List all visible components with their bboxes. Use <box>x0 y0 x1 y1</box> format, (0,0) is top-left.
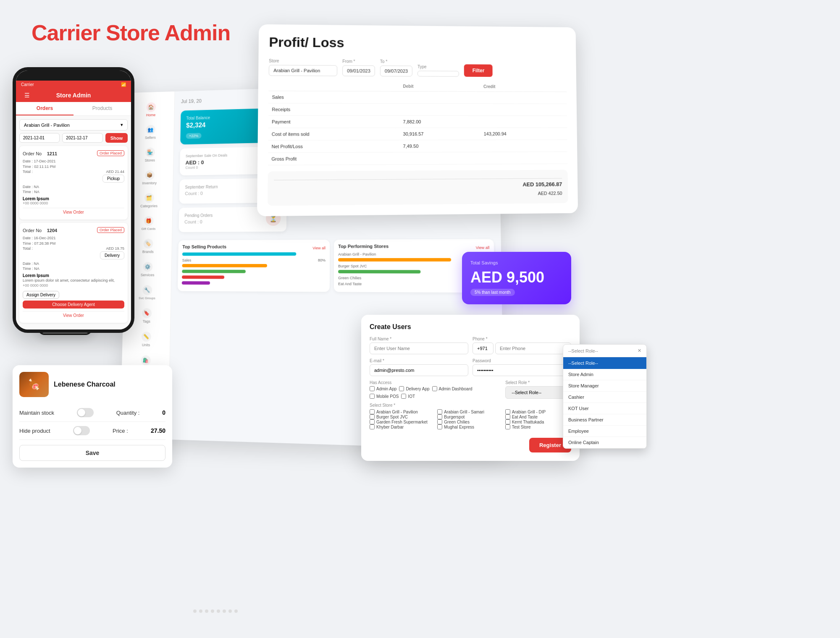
store-name-1: Arabian Grill - Pavilion <box>338 252 376 256</box>
sidebar-item-units[interactable]: 📏 Units <box>122 327 170 352</box>
stores-section: Select Store * Arabian Grill - Pavilion … <box>370 403 571 429</box>
row-label-netprofit: Net Profit/Loss <box>268 140 399 153</box>
order-number-2: Order No 1204 <box>23 226 57 234</box>
full-name-field: Full Name * <box>370 337 468 354</box>
role-item-captain[interactable]: Online Captain <box>563 437 646 448</box>
store-burger-spot[interactable]: Burger Spot JVC <box>370 414 436 419</box>
date-row: 2021-12-01 2021-12-17 Show <box>19 133 128 143</box>
access-role-row: Has Access Admin App Delivery App Admin … <box>370 380 571 403</box>
maintain-stock-label: Maintain stock <box>19 410 54 416</box>
phone-input[interactable] <box>495 343 571 354</box>
tab-orders[interactable]: Orders <box>16 102 74 115</box>
role-item-store-admin[interactable]: Store Admin <box>563 369 646 380</box>
access-mobile-pos[interactable]: Mobile POS <box>370 394 399 399</box>
password-input[interactable] <box>472 364 571 376</box>
store-khyber[interactable]: Khyber Darbar <box>370 424 436 429</box>
hamburger-icon[interactable]: ☰ <box>24 92 30 99</box>
profit-title: Profit/ Loss <box>269 34 566 52</box>
delivery-button[interactable]: Delivery <box>100 251 124 259</box>
order-dates-1: Date : NA Time : NA <box>23 184 124 195</box>
bar-5 <box>182 281 210 285</box>
show-button[interactable]: Show <box>105 133 128 143</box>
dropdown-selected[interactable]: --Select Role-- <box>563 357 646 369</box>
order-date-1: Date : 17-Dec-2021 <box>23 159 124 164</box>
store-field-label: Store <box>269 58 337 63</box>
store-bar-1 <box>338 258 451 261</box>
stores-col-2: Arabian Grill - Samari Burgerspot Green … <box>437 409 503 429</box>
select-role-dropdown: --Select Role-- ✕ --Select Role-- Store … <box>563 344 647 449</box>
store-burgerspot[interactable]: Burgerspot <box>437 414 503 419</box>
access-admin-dashboard[interactable]: Admin Dashboard <box>432 386 472 391</box>
select-role-select[interactable]: --Select Role-- Store Admin Store Manage… <box>505 386 571 399</box>
filter-button[interactable]: Filter <box>464 64 493 77</box>
sidebar-categories-label: Categories <box>140 204 158 208</box>
maintain-stock-row: Maintain stock Quantity : 0 <box>19 404 165 422</box>
balance-value: $2,324 <box>186 121 210 129</box>
stores-col-3: Arabian Grill - DIP Eat And Taste Kernt … <box>505 409 571 429</box>
from-date-input[interactable]: 09/01/2023 <box>342 65 375 76</box>
profit-table: Debit Credit Sales Receipts Payment 7,88… <box>268 81 567 165</box>
pending-sub: Count : 0 <box>184 219 281 224</box>
to-date-input[interactable]: 09/07/2023 <box>380 65 412 76</box>
store-mughal[interactable]: Mughal Express <box>437 424 503 429</box>
row-debit-receipts <box>399 103 480 115</box>
row-debit-netprofit: 7,49.50 <box>400 140 480 152</box>
table-row: Payment 7,882.00 <box>268 115 567 128</box>
product-header: 🍖 Lebenese Charcoal <box>19 372 165 397</box>
access-delivery-app[interactable]: Delivery App <box>399 386 429 391</box>
customer-phone-1: +00 0000 0000 <box>23 201 124 205</box>
store-arabian-dip[interactable]: Arabian Grill - DIP <box>505 409 571 414</box>
access-iot[interactable]: IOT <box>401 394 415 399</box>
role-item-cashier[interactable]: Cashier <box>563 392 646 403</box>
store-arabian-pavilion[interactable]: Arabian Grill - Pavilion <box>370 409 436 414</box>
order-no-label-1: Order No <box>23 151 42 156</box>
quantity-label: Quantity : <box>116 410 140 416</box>
sidebar-services-label: Services <box>141 273 155 277</box>
products-icon: 🛍️ <box>141 355 150 365</box>
choose-delivery-agent-btn[interactable]: Choose Delivery Agent <box>23 301 124 309</box>
view-all-selling[interactable]: View all <box>312 246 326 250</box>
store-select[interactable]: Arabian Grill - Pavilion <box>269 65 337 76</box>
close-icon[interactable]: ✕ <box>638 348 641 353</box>
view-all-performing[interactable]: View all <box>476 246 490 250</box>
role-item-store-manager[interactable]: Store Manager <box>563 380 646 392</box>
product-image: 🍖 <box>19 372 49 397</box>
store-dropdown[interactable]: Arabian Grill - Pavilion ▾ <box>19 119 128 131</box>
row-debit-cogs: 30,916.57 <box>400 128 480 140</box>
full-name-input[interactable] <box>370 343 468 354</box>
customer-desc-2: Lorem ipsum dolor sit amet, consectetur … <box>23 278 124 283</box>
role-item-kot[interactable]: KOT User <box>563 403 646 414</box>
save-button[interactable]: Save <box>19 445 165 461</box>
dot-5 <box>217 609 220 613</box>
sidebar-item-home[interactable]: 🏠 Home <box>128 98 175 122</box>
role-item-employee[interactable]: Employee <box>563 426 646 437</box>
sales-row-1: Sales 80% <box>182 258 326 262</box>
date-to-input[interactable]: 2021-12-17 <box>62 133 102 143</box>
dot-2 <box>199 609 202 613</box>
view-order-btn-2[interactable]: View Order <box>23 311 124 319</box>
view-order-btn-1[interactable]: View Order <box>23 208 124 216</box>
store-field: Store Arabian Grill - Pavilion <box>269 58 337 76</box>
tab-products[interactable]: Products <box>74 102 131 115</box>
assign-delivery-btn[interactable]: Assign Delivery <box>23 291 59 299</box>
maintain-stock-toggle[interactable] <box>77 408 94 417</box>
store-eat-taste[interactable]: Eat And Taste <box>505 414 571 419</box>
type-select[interactable] <box>417 71 459 76</box>
pickup-button[interactable]: Pickup <box>102 175 124 183</box>
store-garden-fresh[interactable]: Garden Fresh Supermarket <box>370 419 436 424</box>
access-admin-app[interactable]: Admin App <box>370 386 396 391</box>
sidebar-inventory-label: Inventory <box>142 181 157 185</box>
store-green-chilies[interactable]: Green Chilies <box>437 419 503 424</box>
store-test[interactable]: Test Store <box>505 424 571 429</box>
store-kernt[interactable]: Kernt Thattukada <box>505 419 571 424</box>
hide-product-toggle[interactable] <box>73 426 90 435</box>
phone-signal: 📶 <box>121 82 126 87</box>
row-label-receipts: Receipts <box>268 103 400 116</box>
servicegroups-icon: 🔧 <box>142 285 152 295</box>
role-item-business[interactable]: Business Partner <box>563 414 646 426</box>
balance-label: Total Balance <box>186 115 210 120</box>
email-input[interactable] <box>370 364 468 376</box>
store-arabian-samari[interactable]: Arabian Grill - Samari <box>437 409 503 414</box>
date-from-input[interactable]: 2021-12-01 <box>19 133 60 143</box>
price-label: Price : <box>113 428 128 434</box>
